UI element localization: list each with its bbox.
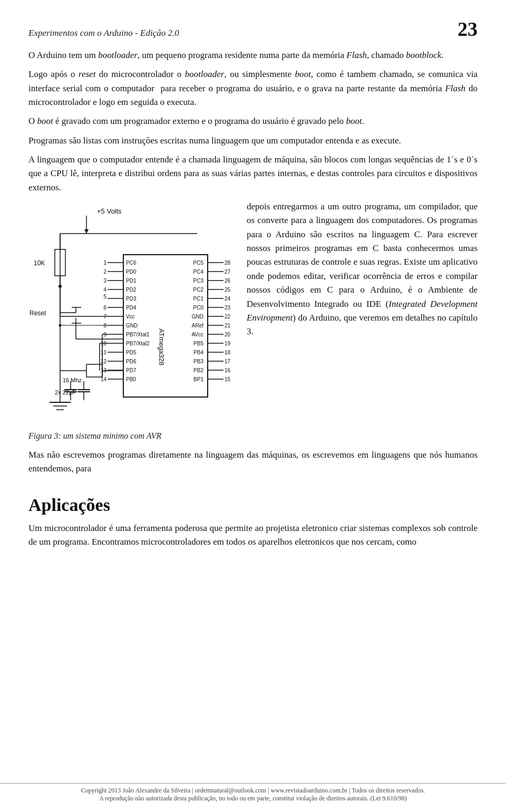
svg-text:BP1: BP1 [193,376,203,382]
svg-text:PC6: PC6 [126,260,137,266]
svg-text:PB7/Xtal1: PB7/Xtal1 [126,332,150,337]
paragraph-6-part1: depois entregarmos a um outro programa, … [247,200,478,339]
page-footer: Copyright 2013 João Alexandre da Silveir… [0,783,506,803]
svg-text:16: 16 [225,368,231,373]
svg-text:14: 14 [101,376,107,382]
svg-text:+5 Volts: +5 Volts [97,207,122,215]
svg-text:PD0: PD0 [126,269,137,275]
svg-text:PB5: PB5 [193,341,203,346]
book-title: Experimentos com o Arduino - Edição 2.0 [28,28,179,38]
section-paragraph: Um microcontrolador é uma ferramenta pod… [28,521,478,549]
svg-text:PC4: PC4 [193,269,204,275]
svg-text:17: 17 [225,359,231,364]
page: Experimentos com o Arduino - Edição 2.0 … [0,0,506,812]
svg-text:PB3: PB3 [193,359,203,364]
svg-text:PD7: PD7 [126,368,137,373]
svg-text:ATmega328: ATmega328 [158,328,166,365]
svg-text:12: 12 [101,359,107,364]
paragraph-1: O Arduino tem um bootloader, um pequeno … [28,49,478,62]
circuit-figure: +5 Volts 10K [28,200,234,426]
svg-text:3: 3 [103,278,106,284]
svg-text:PD5: PD5 [126,350,137,355]
right-column-text: depois entregarmos a um outro programa, … [247,200,478,443]
svg-text:PD2: PD2 [126,287,137,293]
svg-text:PD4: PD4 [126,305,137,311]
svg-text:18: 18 [225,350,231,355]
svg-text:11: 11 [101,350,107,355]
svg-text:16 Mhz: 16 Mhz [63,377,82,383]
paragraph-5: A linguagem que o computador entende é a… [28,153,478,195]
paragraph-2: Logo após o reset do microcontrolador o … [28,67,478,109]
svg-text:1: 1 [103,260,106,266]
figure-column: +5 Volts 10K [28,200,234,443]
svg-text:28: 28 [225,260,231,266]
circuit-diagram-svg: +5 Volts 10K [28,202,234,423]
main-content: O Arduino tem um bootloader, um pequeno … [28,49,478,476]
svg-text:PC5: PC5 [193,260,204,266]
svg-text:PB2: PB2 [193,368,203,373]
svg-text:5: 5 [103,294,106,299]
footer-line-1: Copyright 2013 João Alexandre da Silveir… [28,787,478,795]
svg-text:PC2: PC2 [193,287,204,293]
svg-text:22: 22 [225,314,231,320]
two-column-section: +5 Volts 10K [28,200,478,443]
figure-caption: Figura 3: um sistema minimo com AVR [28,430,234,443]
svg-text:26: 26 [225,278,231,284]
svg-text:23: 23 [225,305,231,311]
svg-text:AVcc: AVcc [191,332,203,337]
paragraph-before-two-col: Mas não escrevemos programas diretamente… [28,448,478,476]
svg-text:Reset: Reset [30,310,46,317]
svg-text:PD6: PD6 [126,359,137,364]
svg-text:PC1: PC1 [193,296,204,302]
svg-text:PC3: PC3 [193,278,204,284]
section-heading: Aplicações [28,495,478,515]
svg-text:PB4: PB4 [193,350,203,355]
svg-text:2: 2 [103,269,106,275]
svg-text:13: 13 [101,368,107,373]
svg-text:PB0: PB0 [126,376,136,382]
page-header: Experimentos com o Arduino - Edição 2.0 … [28,19,478,39]
svg-text:6: 6 [103,305,106,311]
svg-text:PD1: PD1 [126,278,137,284]
svg-text:20: 20 [225,332,231,337]
svg-point-125 [59,324,62,327]
svg-text:Vcc: Vcc [126,314,135,320]
page-number: 23 [458,19,478,39]
svg-text:21: 21 [225,323,231,328]
svg-text:4: 4 [103,287,106,293]
paragraph-4: Programas são listas com instruções escr… [28,134,478,148]
svg-text:27: 27 [225,269,231,275]
svg-text:PB7/Xtal2: PB7/Xtal2 [126,341,150,346]
svg-text:PD3: PD3 [126,296,137,302]
svg-text:10K: 10K [34,259,45,267]
svg-text:24: 24 [225,296,231,302]
svg-text:GND: GND [192,314,203,320]
paragraph-3: O boot é gravado com um programador exte… [28,114,478,128]
svg-text:25: 25 [225,287,231,293]
svg-text:PC0: PC0 [193,305,204,311]
footer-line-2: A reprodução não autorizada desta public… [28,795,478,803]
svg-text:19: 19 [225,341,231,346]
applications-paragraph: Um microcontrolador é uma ferramenta pod… [28,521,478,549]
svg-text:15: 15 [225,376,231,382]
svg-text:ARef: ARef [192,323,203,328]
svg-text:GND: GND [126,323,138,328]
